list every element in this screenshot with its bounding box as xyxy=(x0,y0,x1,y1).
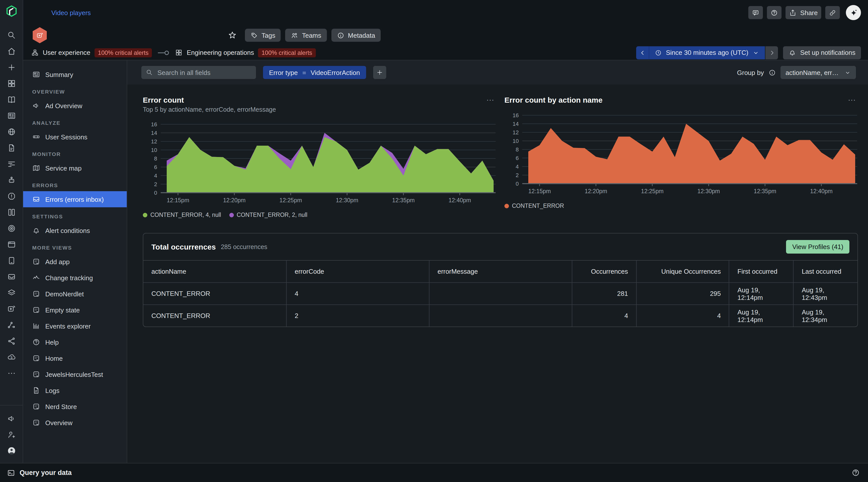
sidebar-heading-overview: OVERVIEW xyxy=(23,83,127,98)
rail-megaphone-button[interactable] xyxy=(0,411,23,427)
sidebar-item-empty-state[interactable]: Empty state xyxy=(23,302,127,318)
sidebar-item-user-sessions[interactable]: User Sessions xyxy=(23,129,127,145)
sidebar-item-events-explorer[interactable]: Events explorer xyxy=(23,318,127,334)
sidebar-item-summary[interactable]: Summary xyxy=(23,66,127,83)
info-icon[interactable] xyxy=(768,69,776,76)
chart-options-button[interactable]: ... xyxy=(846,96,858,101)
bottom-help-button[interactable] xyxy=(851,469,860,477)
app-icon xyxy=(32,402,40,411)
columns-icon xyxy=(7,208,16,217)
rail-tablet-button[interactable] xyxy=(0,252,23,269)
share-button[interactable]: Share xyxy=(786,6,821,19)
feedback-button[interactable] xyxy=(749,6,763,19)
legend-item[interactable]: CONTENT_ERROR xyxy=(504,203,564,209)
group-by-select[interactable]: actionName, errorCo... xyxy=(780,66,856,79)
cell-last-occurred: Aug 19, 12:34pm xyxy=(793,304,858,327)
column-header-actionname[interactable]: actionName xyxy=(143,260,286,282)
tags-button[interactable]: Tags xyxy=(245,29,281,42)
chart-options-button[interactable]: ... xyxy=(485,96,496,101)
view-profiles-button[interactable]: View Profiles (41) xyxy=(786,240,849,253)
rail-document-button[interactable] xyxy=(0,140,23,156)
time-back-button[interactable] xyxy=(636,46,649,59)
occurrences-header: Total occurrences 285 occurrences View P… xyxy=(143,234,858,260)
teams-button[interactable]: Teams xyxy=(285,29,327,42)
sidebar-item-errors-errors-inbox[interactable]: Errors (errors inbox) xyxy=(23,191,127,207)
rail-home-button[interactable] xyxy=(0,43,23,59)
workflow-item-user-experience[interactable]: User experience100% critical alerts xyxy=(31,48,152,57)
column-header-first-occurred[interactable]: First occurred xyxy=(729,260,793,282)
rail-search-button[interactable] xyxy=(0,27,23,43)
sessions-icon xyxy=(32,133,40,141)
rail-bot-button[interactable] xyxy=(0,172,23,188)
sidebar-item-nerd-store[interactable]: Nerd Store xyxy=(23,398,127,415)
topbar-actions: Share xyxy=(749,5,861,20)
rail-window-button[interactable] xyxy=(0,237,23,252)
rail-route-button[interactable] xyxy=(0,317,23,333)
favorite-star-button[interactable] xyxy=(228,31,237,40)
rail-user-plus-button[interactable] xyxy=(0,427,23,443)
column-header-errorcode[interactable]: errorCode xyxy=(286,260,429,282)
icon-rail: $ xyxy=(0,0,23,463)
rail-avatar-button[interactable] xyxy=(0,443,23,459)
search-input[interactable] xyxy=(156,68,251,77)
rail-cloud-dollar-button[interactable]: $ xyxy=(0,349,23,365)
sidebar-item-jewelsherculestest[interactable]: JewelsHerculesTest xyxy=(23,366,127,382)
video-cast-icon xyxy=(36,31,43,39)
sidebar-item-ad-overview[interactable]: Ad Overview xyxy=(23,98,127,114)
column-header-unique-occurrences[interactable]: Unique Occurrences xyxy=(636,260,729,282)
time-range-button[interactable]: Since 30 minutes ago (UTC) xyxy=(649,46,765,59)
rail-inbox-button[interactable] xyxy=(0,269,23,285)
column-header-last-occurred[interactable]: Last occurred xyxy=(793,260,858,282)
cloud-dollar-icon: $ xyxy=(7,353,16,362)
rail-alert-octagon-button[interactable] xyxy=(0,188,23,204)
filter-chip-error-type[interactable]: Error type=VideoErrorAction xyxy=(263,66,366,79)
sidebar-item-alert-conditions[interactable]: Alert conditions xyxy=(23,222,127,239)
rail-target-button[interactable] xyxy=(0,220,23,237)
rail-plus-button[interactable] xyxy=(0,59,23,76)
user-plus-icon xyxy=(7,430,16,439)
rail-grid-button[interactable] xyxy=(0,76,23,92)
breadcrumb[interactable]: Video players xyxy=(51,9,91,17)
sidebar-item-service-map[interactable]: Service map xyxy=(23,160,127,176)
sidebar-item-home[interactable]: Home xyxy=(23,350,127,366)
rail-ellipsis-button[interactable] xyxy=(0,365,23,381)
sidebar-item-change-tracking[interactable]: Change tracking xyxy=(23,270,127,286)
chart-card-error-count-by-action-name: Error count by action name...02468101214… xyxy=(504,96,858,218)
rail-share-nodes-button[interactable] xyxy=(0,333,23,349)
help-button[interactable] xyxy=(767,6,782,19)
rail-video-cast-button[interactable] xyxy=(0,301,23,317)
sidebar-item-overview[interactable]: Overview xyxy=(23,415,127,431)
svg-text:12:25pm: 12:25pm xyxy=(641,188,663,194)
rail-list-button[interactable] xyxy=(0,156,23,172)
time-forward-button[interactable] xyxy=(765,46,778,59)
table-row[interactable]: CONTENT_ERROR244Aug 19, 12:14pmAug 19, 1… xyxy=(143,304,858,327)
setup-notifications-button[interactable]: Set up notifications xyxy=(783,46,861,59)
table-header: actionNameerrorCodeerrorMessageOccurrenc… xyxy=(143,260,858,282)
sidebar-item-logs[interactable]: Logs xyxy=(23,382,127,398)
metadata-button[interactable]: Metadata xyxy=(332,29,381,42)
cell-first-occurred: Aug 19, 12:14pm xyxy=(729,282,793,304)
sidebar-item-label: Ad Overview xyxy=(45,102,82,110)
column-header-errormessage[interactable]: errorMessage xyxy=(429,260,572,282)
column-header-occurrences[interactable]: Occurrences xyxy=(572,260,636,282)
sidebar-item-demonerdlet[interactable]: DemoNerdlet xyxy=(23,286,127,302)
legend-item[interactable]: CONTENT_ERROR, 2, null xyxy=(229,212,307,218)
legend-item[interactable]: CONTENT_ERROR, 4, null xyxy=(143,212,221,218)
svg-text:16: 16 xyxy=(513,112,519,119)
add-filter-button[interactable] xyxy=(373,66,386,79)
rail-columns-button[interactable] xyxy=(0,204,23,220)
query-your-data-button[interactable]: Query your data xyxy=(7,469,72,477)
home-icon xyxy=(7,47,16,56)
ai-assistant-button[interactable] xyxy=(846,5,861,20)
window-icon xyxy=(7,240,16,249)
sidebar-item-help[interactable]: Help xyxy=(23,334,127,350)
rail-layers-button[interactable] xyxy=(0,285,23,301)
copy-link-button[interactable] xyxy=(825,6,840,19)
table-row[interactable]: CONTENT_ERROR4281295Aug 19, 12:14pmAug 1… xyxy=(143,282,858,304)
rail-globe-button[interactable] xyxy=(0,124,23,140)
new-relic-logo-icon[interactable] xyxy=(5,5,17,19)
workflow-item-engineering-operations[interactable]: Engineering operations100% critical aler… xyxy=(175,48,316,57)
rail-dashboard-button[interactable] xyxy=(0,108,23,124)
rail-book-button[interactable] xyxy=(0,92,23,108)
sidebar-item-add-app[interactable]: Add app xyxy=(23,253,127,270)
